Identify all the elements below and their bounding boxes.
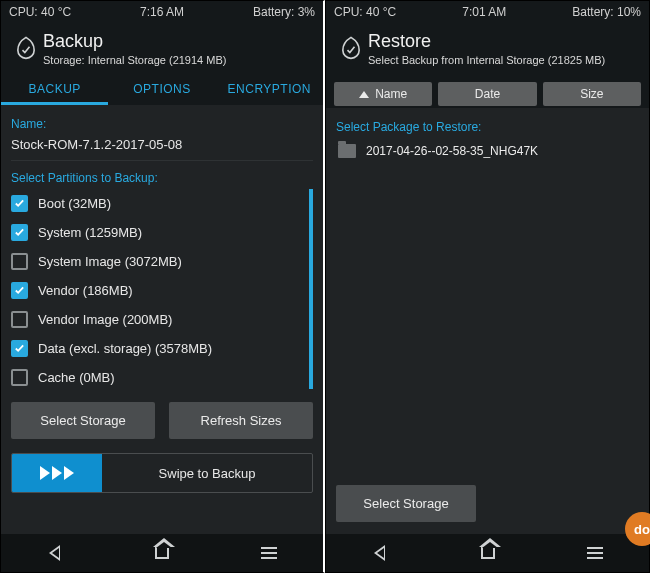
- status-time: 7:16 AM: [140, 5, 184, 19]
- partition-row[interactable]: Data (excl. storage) (3578MB): [11, 334, 313, 363]
- checkbox[interactable]: [11, 311, 28, 328]
- page-title: Restore: [368, 31, 639, 52]
- restore-screen: CPU: 40 °C 7:01 AM Battery: 10% Restore …: [325, 0, 650, 573]
- package-name: 2017-04-26--02-58-35_NHG47K: [366, 144, 538, 158]
- partition-list: Boot (32MB)System (1259MB)System Image (…: [11, 189, 313, 392]
- checkbox[interactable]: [11, 369, 28, 386]
- partitions-label: Select Partitions to Backup:: [11, 171, 313, 185]
- partition-label: Cache (0MB): [38, 370, 115, 385]
- partition-label: System Image (3072MB): [38, 254, 182, 269]
- sort-asc-icon: [359, 91, 369, 98]
- select-package-label: Select Package to Restore:: [336, 120, 639, 134]
- sort-size-button[interactable]: Size: [543, 82, 641, 106]
- tab-options[interactable]: OPTIONS: [108, 74, 215, 105]
- partition-row[interactable]: Boot (32MB): [11, 189, 313, 218]
- status-time: 7:01 AM: [462, 5, 506, 19]
- header: Restore Select Backup from Internal Stor…: [326, 23, 649, 74]
- back-icon: [374, 545, 385, 561]
- tab-backup[interactable]: BACKUP: [1, 74, 108, 105]
- folder-icon: [338, 144, 356, 158]
- twrp-logo-icon: [9, 35, 43, 63]
- page-title: Backup: [43, 31, 313, 52]
- back-button[interactable]: [326, 534, 434, 572]
- chevron-right-icon: [52, 466, 62, 480]
- status-battery: Battery: 3%: [253, 5, 315, 19]
- status-battery: Battery: 10%: [572, 5, 641, 19]
- sort-row: Name Date Size: [326, 74, 649, 108]
- divider: [11, 160, 313, 161]
- swipe-handle[interactable]: [12, 454, 102, 492]
- refresh-sizes-button[interactable]: Refresh Sizes: [169, 402, 313, 439]
- partition-row[interactable]: System Image (3072MB): [11, 247, 313, 276]
- status-bar: CPU: 40 °C 7:01 AM Battery: 10%: [326, 1, 649, 23]
- swipe-to-backup[interactable]: Swipe to Backup: [11, 453, 313, 493]
- partition-label: Boot (32MB): [38, 196, 111, 211]
- partition-label: System (1259MB): [38, 225, 142, 240]
- sort-name-label: Name: [375, 87, 407, 101]
- partition-label: Data (excl. storage) (3578MB): [38, 341, 212, 356]
- chevron-right-icon: [64, 466, 74, 480]
- sort-date-label: Date: [475, 87, 500, 101]
- tab-encryption[interactable]: ENCRYPTION: [216, 74, 323, 105]
- home-icon: [155, 547, 169, 559]
- checkbox[interactable]: [11, 253, 28, 270]
- swipe-label: Swipe to Backup: [102, 466, 312, 481]
- sort-name-button[interactable]: Name: [334, 82, 432, 106]
- partition-label: Vendor (186MB): [38, 283, 133, 298]
- home-button[interactable]: [434, 534, 542, 572]
- header: Backup Storage: Internal Storage (21914 …: [1, 23, 323, 74]
- checkbox[interactable]: [11, 195, 28, 212]
- backup-name-field[interactable]: Stock-ROM-7.1.2-2017-05-08: [11, 133, 313, 158]
- status-cpu: CPU: 40 °C: [334, 5, 396, 19]
- partition-label: Vendor Image (200MB): [38, 312, 172, 327]
- menu-icon: [261, 547, 277, 559]
- backup-screen: CPU: 40 °C 7:16 AM Battery: 3% Backup St…: [0, 0, 325, 573]
- storage-subtitle: Select Backup from Internal Storage (218…: [368, 54, 639, 66]
- scrollbar[interactable]: [309, 189, 313, 389]
- sort-size-label: Size: [580, 87, 603, 101]
- twrp-logo-icon: [334, 35, 368, 63]
- status-cpu: CPU: 40 °C: [9, 5, 71, 19]
- back-icon: [49, 545, 60, 561]
- sort-date-button[interactable]: Date: [438, 82, 536, 106]
- checkbox[interactable]: [11, 224, 28, 241]
- select-storage-button[interactable]: Select Storage: [11, 402, 155, 439]
- partition-row[interactable]: Cache (0MB): [11, 363, 313, 392]
- partition-row[interactable]: System (1259MB): [11, 218, 313, 247]
- nav-bar: [1, 534, 323, 572]
- menu-icon: [587, 547, 603, 559]
- home-icon: [481, 547, 495, 559]
- checkbox[interactable]: [11, 340, 28, 357]
- partition-row[interactable]: Vendor Image (200MB): [11, 305, 313, 334]
- storage-subtitle: Storage: Internal Storage (21914 MB): [43, 54, 313, 66]
- chevron-right-icon: [40, 466, 50, 480]
- tab-bar: BACKUP OPTIONS ENCRYPTION: [1, 74, 323, 105]
- select-storage-button[interactable]: Select Storage: [336, 485, 476, 522]
- partition-row[interactable]: Vendor (186MB): [11, 276, 313, 305]
- package-item[interactable]: 2017-04-26--02-58-35_NHG47K: [336, 136, 639, 166]
- checkbox[interactable]: [11, 282, 28, 299]
- name-label: Name:: [11, 117, 313, 131]
- spacer: [336, 166, 639, 479]
- menu-button[interactable]: [216, 534, 323, 572]
- status-bar: CPU: 40 °C 7:16 AM Battery: 3%: [1, 1, 323, 23]
- back-button[interactable]: [1, 534, 108, 572]
- home-button[interactable]: [108, 534, 215, 572]
- nav-bar: [326, 534, 649, 572]
